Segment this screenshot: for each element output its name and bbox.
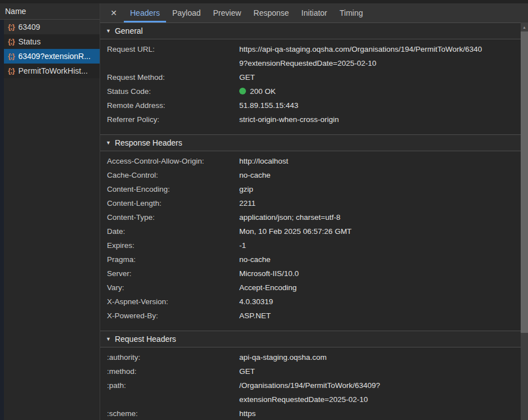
header-key: Cache-Control:: [107, 168, 239, 182]
json-braces-icon: {;}: [8, 22, 14, 31]
details-tab-bar: ✕ HeadersPayloadPreviewResponseInitiator…: [100, 3, 528, 22]
header-row: Content-Length:2211: [100, 196, 521, 210]
header-key: :authority:: [107, 350, 239, 364]
section-header-general[interactable]: ▼General: [100, 22, 521, 39]
disclosure-triangle-icon: ▼: [106, 140, 111, 146]
header-row: :scheme:https: [100, 407, 521, 420]
section-body: Access-Control-Allow-Origin:http://local…: [100, 151, 521, 331]
section-header-response-headers[interactable]: ▼Response Headers: [100, 134, 521, 151]
header-row: Referrer Policy:strict-origin-when-cross…: [100, 112, 521, 127]
header-value: GET: [239, 70, 521, 84]
section-title: Request Headers: [115, 335, 176, 344]
header-key: Content-Encoding:: [107, 182, 239, 196]
vertical-scrollbar[interactable]: ▲: [521, 22, 528, 420]
header-value: no-cache: [239, 168, 521, 182]
header-value: 200 OK: [239, 84, 521, 98]
header-value: https: [239, 407, 521, 420]
tab-headers[interactable]: Headers: [124, 3, 166, 22]
header-key: :method:: [107, 364, 239, 378]
header-value: 2211: [239, 196, 521, 210]
header-row: X-Powered-By:ASP.NET: [100, 309, 521, 323]
header-key: Request Method:: [107, 70, 239, 84]
disclosure-triangle-icon: ▼: [106, 28, 111, 34]
header-row: Server:Microsoft-IIS/10.0: [100, 267, 521, 281]
section-title: General: [115, 26, 143, 35]
header-value: 51.89.155.15:443: [239, 98, 521, 112]
request-name-label: Status: [18, 37, 41, 46]
tab-payload[interactable]: Payload: [166, 3, 207, 22]
disclosure-triangle-icon: ▼: [106, 336, 111, 342]
tab-preview[interactable]: Preview: [207, 3, 248, 22]
sidebar-left-gutter: [0, 20, 4, 420]
header-value: gzip: [239, 182, 521, 196]
header-key: X-Powered-By:: [107, 309, 239, 323]
request-list: {;}63409{;}Status{;}63409?extensionR...{…: [4, 20, 100, 78]
header-row: Remote Address:51.89.155.15:443: [100, 98, 521, 112]
request-list-item[interactable]: {;}63409: [4, 20, 100, 34]
tab-initiator[interactable]: Initiator: [295, 3, 333, 22]
name-column-header[interactable]: Name: [0, 3, 100, 20]
header-row: Pragma:no-cache: [100, 252, 521, 267]
headers-content: ▼GeneralRequest URL:https://api-qa-stagi…: [100, 22, 521, 420]
header-key: Referrer Policy:: [107, 112, 239, 127]
header-value: strict-origin-when-cross-origin: [239, 112, 521, 127]
header-value: https://api-qa-staging.oqsha.com/Organis…: [239, 42, 521, 70]
header-value: /Organisations/194/PermitToWork/63409? e…: [239, 378, 521, 407]
request-list-item[interactable]: {;}63409?extensionR...: [4, 49, 100, 64]
scroll-up-icon[interactable]: ▲: [521, 22, 528, 31]
request-list-item[interactable]: {;}Status: [4, 34, 100, 49]
header-row: :method:GET: [100, 364, 521, 378]
header-value: ASP.NET: [239, 309, 521, 323]
header-key: :scheme:: [107, 407, 239, 420]
request-details-panel: ✕ HeadersPayloadPreviewResponseInitiator…: [100, 3, 528, 420]
request-list-item[interactable]: {;}PermitToWorkHist...: [4, 64, 100, 78]
header-value: api-qa-staging.oqsha.com: [239, 350, 521, 364]
header-key: Access-Control-Allow-Origin:: [107, 154, 239, 168]
section-body: :authority:api-qa-staging.oqsha.com:meth…: [100, 347, 521, 420]
tab-timing[interactable]: Timing: [333, 3, 369, 22]
request-name-label: PermitToWorkHist...: [18, 66, 87, 75]
json-braces-icon: {;}: [8, 37, 14, 46]
section-header-request-headers[interactable]: ▼Request Headers: [100, 331, 521, 347]
header-value: no-cache: [239, 252, 521, 267]
scrollbar-thumb[interactable]: [521, 31, 528, 333]
request-name-label: 63409?extensionR...: [18, 52, 90, 61]
header-row: X-Aspnet-Version:4.0.30319: [100, 295, 521, 309]
header-row: Access-Control-Allow-Origin:http://local…: [100, 154, 521, 168]
header-value: Mon, 10 Feb 2025 06:57:26 GMT: [239, 224, 521, 238]
header-row: :authority:api-qa-staging.oqsha.com: [100, 350, 521, 364]
json-braces-icon: {;}: [8, 52, 14, 60]
header-key: Status Code:: [107, 84, 239, 98]
header-value: http://localhost: [239, 154, 521, 168]
header-row: Request Method:GET: [100, 70, 521, 84]
header-row: Content-Type:application/json; charset=u…: [100, 210, 521, 224]
header-row: Vary:Accept-Encoding: [100, 281, 521, 295]
header-key: X-Aspnet-Version:: [107, 295, 239, 309]
header-row: Request URL:https://api-qa-staging.oqsha…: [100, 42, 521, 70]
header-key: Expires:: [107, 238, 239, 252]
header-value: -1: [239, 238, 521, 252]
header-row: :path:/Organisations/194/PermitToWork/63…: [100, 378, 521, 407]
section-body: Request URL:https://api-qa-staging.oqsha…: [100, 39, 521, 134]
header-row: Date:Mon, 10 Feb 2025 06:57:26 GMT: [100, 224, 521, 238]
header-key: Date:: [107, 224, 239, 238]
header-key: Remote Address:: [107, 98, 239, 112]
tab-response[interactable]: Response: [247, 3, 295, 22]
header-value: application/json; charset=utf-8: [239, 210, 521, 224]
header-row: Content-Encoding:gzip: [100, 182, 521, 196]
header-key: Pragma:: [107, 252, 239, 267]
close-icon[interactable]: ✕: [104, 3, 124, 22]
request-name-label: 63409: [18, 22, 40, 31]
header-row: Expires:-1: [100, 238, 521, 252]
header-key: Request URL:: [107, 42, 239, 70]
header-key: :path:: [107, 378, 239, 407]
section-title: Response Headers: [115, 138, 182, 147]
network-request-sidebar: Name {;}63409{;}Status{;}63409?extension…: [0, 3, 100, 420]
header-value: GET: [239, 364, 521, 378]
header-row: Status Code:200 OK: [100, 84, 521, 98]
header-value: Accept-Encoding: [239, 281, 521, 295]
header-value: 4.0.30319: [239, 295, 521, 309]
header-key: Vary:: [107, 281, 239, 295]
json-braces-icon: {;}: [8, 66, 14, 75]
header-key: Content-Type:: [107, 210, 239, 224]
